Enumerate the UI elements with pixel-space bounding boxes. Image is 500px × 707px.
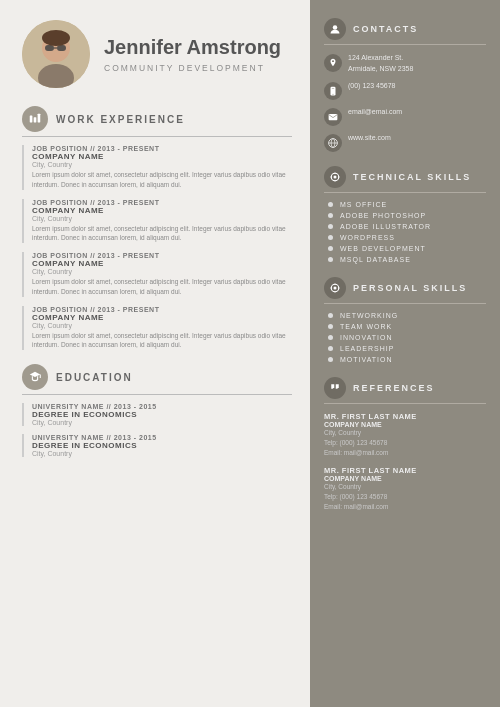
technical-skills-list: MS OFFICE ADOBE PHOTOSHOP ADOBE ILLUSTRA…: [324, 201, 486, 263]
ref-name: MR. FIRST LAST NAME: [324, 412, 486, 421]
ref-city: City, Country: [324, 482, 486, 492]
contact-phone: (00) 123 45678: [324, 81, 486, 100]
svg-point-13: [333, 94, 334, 95]
full-name: Jennifer Amstrong: [104, 35, 281, 59]
list-item: MR. FIRST LAST NAME COMPANY NAME City, C…: [324, 466, 486, 511]
contact-website: www.site.com: [324, 133, 486, 152]
svg-rect-4: [57, 45, 66, 51]
skill-text: MSQL DATABASE: [340, 256, 411, 263]
svg-rect-8: [34, 117, 37, 122]
job-title-line: JOB POSITION // 2013 - PRESENT: [32, 145, 292, 152]
technical-skills-section-bar: TECHNICAL SKILLS: [324, 166, 486, 193]
contact-address: 124 Alexander St.Armidale, NSW 2358: [324, 53, 486, 74]
company-name: COMPANY NAME: [32, 313, 292, 322]
skill-text: INNOVATION: [340, 334, 393, 341]
references-list: MR. FIRST LAST NAME COMPANY NAME City, C…: [324, 412, 486, 512]
skill-text: TEAM WORK: [340, 323, 392, 330]
email-icon: [324, 108, 342, 126]
table-row: UNIVERSITY NAME // 2013 - 2015 DEGREE IN…: [22, 434, 292, 457]
job-desc: Lorem ipsum dolor sit amet, consectetur …: [32, 224, 292, 244]
ref-telp: Telp: (000) 123 45678: [324, 438, 486, 448]
job-desc: Lorem ipsum dolor sit amet, consectetur …: [32, 277, 292, 297]
city-country: City, Country: [32, 161, 292, 168]
svg-rect-3: [45, 45, 54, 51]
bullet: [328, 357, 333, 362]
resume-header: Jennifer Amstrong COMMUNITY DEVELOPMENT: [22, 20, 292, 88]
job-title-line: JOB POSITION // 2013 - PRESENT: [32, 199, 292, 206]
work-experience-section-bar: WORK EXPERIENCE: [22, 106, 292, 137]
table-row: JOB POSITION // 2013 - PRESENT COMPANY N…: [22, 145, 292, 190]
list-item: TEAM WORK: [324, 323, 486, 330]
avatar: [22, 20, 90, 88]
edu-school: UNIVERSITY NAME // 2013 - 2015: [32, 434, 292, 441]
personal-skills-list: NETWORKING TEAM WORK INNOVATION LEADERSH…: [324, 312, 486, 363]
job-title-line: JOB POSITION // 2013 - PRESENT: [32, 306, 292, 313]
location-icon: [324, 54, 342, 72]
table-row: JOB POSITION // 2013 - PRESENT COMPANY N…: [22, 306, 292, 351]
ref-company: COMPANY NAME: [324, 421, 486, 428]
ref-telp: Telp: (000) 123 45678: [324, 492, 486, 502]
personal-skills-section-bar: PERSONAL SKILLS: [324, 277, 486, 304]
list-item: MSQL DATABASE: [324, 256, 486, 263]
website-icon: [324, 134, 342, 152]
list-item: MOTIVATION: [324, 356, 486, 363]
edu-degree: DEGREE IN ECONOMICS: [32, 441, 292, 450]
edu-school: UNIVERSITY NAME // 2013 - 2015: [32, 403, 292, 410]
list-item: ADOBE ILLUSTRATOR: [324, 223, 486, 230]
email-text: email@emai.com: [348, 107, 402, 118]
website-text: www.site.com: [348, 133, 391, 144]
ref-company: COMPANY NAME: [324, 475, 486, 482]
skill-text: MOTIVATION: [340, 356, 393, 363]
bullet: [328, 235, 333, 240]
education-list: UNIVERSITY NAME // 2013 - 2015 DEGREE IN…: [22, 403, 292, 457]
contacts-icon: [324, 18, 346, 40]
city-country: City, Country: [32, 268, 292, 275]
skill-text: ADOBE PHOTOSHOP: [340, 212, 426, 219]
svg-rect-7: [30, 116, 33, 123]
bullet: [328, 313, 333, 318]
references-title: REFERENCES: [353, 383, 435, 393]
svg-point-6: [42, 30, 70, 46]
list-item: MS OFFICE: [324, 201, 486, 208]
education-title: EDUCATION: [56, 372, 133, 383]
bullet: [328, 335, 333, 340]
skill-text: MS OFFICE: [340, 201, 387, 208]
work-experience-list: JOB POSITION // 2013 - PRESENT COMPANY N…: [22, 145, 292, 350]
contacts-list: 124 Alexander St.Armidale, NSW 2358 (00)…: [324, 53, 486, 152]
edu-degree: DEGREE IN ECONOMICS: [32, 410, 292, 419]
ref-city: City, Country: [324, 428, 486, 438]
phone-text: (00) 123 45678: [348, 81, 395, 92]
city-country: City, Country: [32, 322, 292, 329]
bullet: [328, 246, 333, 251]
work-experience-icon: [22, 106, 48, 132]
svg-rect-14: [332, 88, 335, 89]
job-title-line: JOB POSITION // 2013 - PRESENT: [32, 252, 292, 259]
technical-skills-icon: [324, 166, 346, 188]
left-panel: Jennifer Amstrong COMMUNITY DEVELOPMENT …: [0, 0, 310, 707]
personal-skills-icon: [324, 277, 346, 299]
svg-rect-9: [38, 114, 41, 123]
bullet: [328, 324, 333, 329]
list-item: WEB DEVELOPMENT: [324, 245, 486, 252]
svg-point-26: [334, 287, 337, 290]
bullet: [328, 257, 333, 262]
table-row: JOB POSITION // 2013 - PRESENT COMPANY N…: [22, 199, 292, 244]
bullet: [328, 213, 333, 218]
phone-icon: [324, 82, 342, 100]
ref-name: MR. FIRST LAST NAME: [324, 466, 486, 475]
contacts-title: CONTACTS: [353, 24, 418, 34]
job-desc: Lorem ipsum dolor sit amet, consectetur …: [32, 331, 292, 351]
ref-email: Email: mail@mail.com: [324, 502, 486, 512]
technical-skills-title: TECHNICAL SKILLS: [353, 172, 471, 182]
job-title: COMMUNITY DEVELOPMENT: [104, 63, 281, 73]
company-name: COMPANY NAME: [32, 259, 292, 268]
skill-text: WEB DEVELOPMENT: [340, 245, 426, 252]
svg-rect-15: [329, 114, 338, 120]
personal-skills-title: PERSONAL SKILLS: [353, 283, 467, 293]
header-text: Jennifer Amstrong COMMUNITY DEVELOPMENT: [104, 35, 281, 73]
skill-text: ADOBE ILLUSTRATOR: [340, 223, 431, 230]
svg-point-20: [334, 176, 337, 179]
bullet: [328, 224, 333, 229]
list-item: INNOVATION: [324, 334, 486, 341]
work-experience-title: WORK EXPERIENCE: [56, 114, 185, 125]
